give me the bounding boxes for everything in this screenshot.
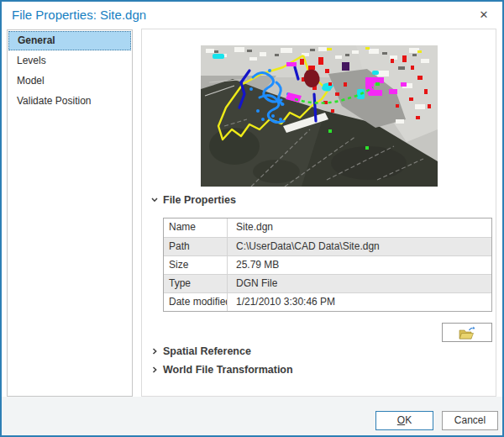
chevron-right-icon (150, 366, 159, 374)
section-spatial-reference[interactable]: Spatial Reference (150, 345, 251, 357)
table-row: Date modified 1/21/2010 3:30:46 PM (164, 292, 491, 311)
sidebar-item-general[interactable]: General (8, 31, 131, 50)
cancel-button[interactable]: Cancel (442, 411, 498, 430)
property-value: 25.79 MB (228, 256, 279, 274)
open-folder-icon (459, 326, 475, 340)
property-label: Date modified (164, 293, 228, 311)
property-value: 1/21/2010 3:30:46 PM (228, 293, 335, 311)
section-world-file-transformation[interactable]: World File Transformation (150, 364, 293, 376)
site-preview-image (201, 45, 438, 187)
sidebar: General Levels Model Validate Position (7, 29, 133, 397)
general-panel: File Properties Name Site.dgn Path C:\Us… (141, 29, 496, 397)
property-label: Name (164, 218, 228, 237)
section-spatial-reference-label: Spatial Reference (163, 345, 251, 357)
property-label: Type (164, 275, 228, 292)
sidebar-item-validate-position[interactable]: Validate Position (8, 91, 131, 111)
table-row: Name Site.dgn (164, 218, 491, 237)
file-properties-dialog: File Properties: Site.dgn ✕ General Leve… (0, 0, 504, 437)
close-icon[interactable]: ✕ (475, 7, 492, 24)
dialog-title: File Properties: Site.dgn (12, 8, 146, 22)
ok-rest: K (405, 414, 412, 426)
sidebar-item-levels[interactable]: Levels (8, 50, 131, 71)
ok-accesskey: O (397, 414, 405, 426)
table-row: Type DGN File (164, 274, 491, 292)
property-label: Path (164, 238, 228, 255)
table-row: Size 25.79 MB (164, 255, 491, 274)
section-world-file-transformation-label: World File Transformation (163, 364, 293, 376)
section-file-properties[interactable]: File Properties (150, 194, 236, 206)
property-value: C:\UserData\CAD Data\Site.dgn (228, 238, 380, 255)
property-value: DGN File (228, 275, 277, 292)
file-properties-table: Name Site.dgn Path C:\UserData\CAD Data\… (163, 218, 492, 312)
table-row: Path C:\UserData\CAD Data\Site.dgn (164, 237, 491, 255)
ok-button[interactable]: OK (375, 411, 433, 430)
chevron-down-icon (150, 196, 159, 204)
cad-overlay-map (201, 45, 438, 187)
property-value: Site.dgn (228, 218, 273, 237)
property-label: Size (164, 256, 228, 274)
chevron-right-icon (150, 347, 159, 355)
section-file-properties-label: File Properties (163, 194, 236, 206)
sidebar-item-model[interactable]: Model (8, 71, 131, 91)
browse-folder-button[interactable] (442, 323, 492, 342)
